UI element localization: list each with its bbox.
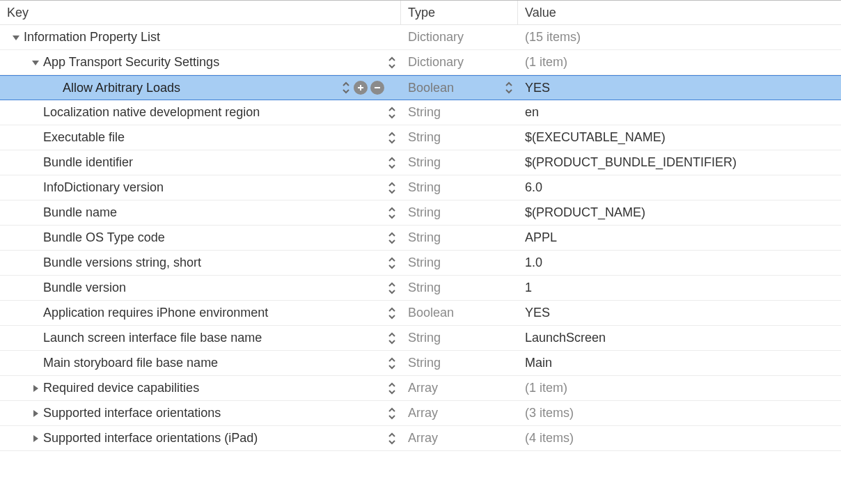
type-cell[interactable]: String xyxy=(401,226,518,250)
key-content: Information Property List xyxy=(0,25,160,49)
type-cell[interactable]: String xyxy=(401,125,518,150)
key-stepper-icon[interactable] xyxy=(387,255,397,271)
value-cell[interactable]: Main xyxy=(518,351,841,375)
key-stepper-icon[interactable] xyxy=(387,306,397,321)
column-header-value[interactable]: Value xyxy=(518,1,841,24)
table-row[interactable]: Main storyboard file base nameStringMain xyxy=(0,351,841,376)
disclosure-spacer xyxy=(31,133,40,143)
key-cell[interactable]: App Transport Security Settings xyxy=(0,50,401,74)
table-row[interactable]: Bundle nameString$(PRODUCT_NAME) xyxy=(0,200,841,226)
table-row[interactable]: Localization native development regionSt… xyxy=(0,100,841,125)
key-cell[interactable]: Supported interface orientations xyxy=(0,401,401,425)
table-row[interactable]: Bundle versionString1 xyxy=(0,276,841,301)
key-cell[interactable]: Bundle name xyxy=(0,200,401,225)
key-stepper-icon[interactable] xyxy=(387,230,397,246)
value-cell[interactable]: LaunchScreen xyxy=(518,326,841,350)
key-cell[interactable]: InfoDictionary version xyxy=(0,175,401,200)
key-stepper-icon[interactable] xyxy=(387,55,397,70)
table-row[interactable]: App Transport Security SettingsDictionar… xyxy=(0,50,841,75)
type-cell[interactable]: String xyxy=(401,150,518,175)
value-cell[interactable]: APPL xyxy=(518,226,841,250)
type-cell[interactable]: String xyxy=(401,175,518,200)
key-stepper-icon[interactable] xyxy=(387,356,397,371)
table-row[interactable]: Application requires iPhone environmentB… xyxy=(0,301,841,326)
type-cell[interactable]: String xyxy=(401,200,518,225)
type-cell[interactable]: Boolean xyxy=(401,76,518,100)
key-stepper-icon[interactable] xyxy=(387,431,397,446)
type-cell[interactable]: Boolean xyxy=(401,301,518,325)
add-row-button[interactable] xyxy=(354,81,368,95)
key-stepper-icon[interactable] xyxy=(341,80,351,95)
table-row[interactable]: Bundle versions string, shortString1.0 xyxy=(0,251,841,276)
column-header-key[interactable]: Key xyxy=(0,1,401,24)
key-cell[interactable]: Allow Arbitrary Loads xyxy=(0,76,401,100)
value-cell[interactable]: YES xyxy=(518,301,841,325)
key-stepper-icon[interactable] xyxy=(387,180,397,196)
key-cell[interactable]: Required device capabilities xyxy=(0,376,401,400)
value-cell[interactable]: (1 item) xyxy=(518,376,841,400)
disclosure-down-icon[interactable] xyxy=(31,58,40,68)
table-row[interactable]: Information Property ListDictionary(15 i… xyxy=(0,25,841,50)
type-cell[interactable]: String xyxy=(401,351,518,375)
table-row[interactable]: Bundle identifierString$(PRODUCT_BUNDLE_… xyxy=(0,150,841,175)
disclosure-right-icon[interactable] xyxy=(31,434,40,443)
key-stepper-icon[interactable] xyxy=(387,331,397,346)
value-cell[interactable]: (15 items) xyxy=(518,25,841,49)
column-header-type[interactable]: Type xyxy=(401,1,518,24)
table-row[interactable]: Bundle OS Type codeStringAPPL xyxy=(0,226,841,251)
table-row[interactable]: Supported interface orientationsArray(3 … xyxy=(0,401,841,426)
type-stepper-icon[interactable] xyxy=(504,80,514,95)
value-cell[interactable]: (3 items) xyxy=(518,401,841,425)
type-cell[interactable]: String xyxy=(401,100,518,125)
key-cell[interactable]: Information Property List xyxy=(0,25,401,49)
value-cell[interactable]: 6.0 xyxy=(518,175,841,200)
value-cell[interactable]: (1 item) xyxy=(518,50,841,74)
key-cell[interactable]: Main storyboard file base name xyxy=(0,351,401,375)
value-cell[interactable]: $(EXECUTABLE_NAME) xyxy=(518,125,841,150)
key-label: Required device capabilities xyxy=(43,381,199,395)
key-stepper-icon[interactable] xyxy=(387,205,397,221)
table-row[interactable]: Launch screen interface file base nameSt… xyxy=(0,326,841,351)
key-stepper-icon[interactable] xyxy=(387,381,397,396)
key-cell[interactable]: Localization native development region xyxy=(0,100,401,125)
value-cell[interactable]: YES xyxy=(518,76,841,100)
type-label: Array xyxy=(408,381,438,395)
type-cell[interactable]: String xyxy=(401,276,518,300)
value-cell[interactable]: 1.0 xyxy=(518,251,841,275)
key-cell[interactable]: Bundle versions string, short xyxy=(0,251,401,275)
value-cell[interactable]: en xyxy=(518,100,841,125)
value-cell[interactable]: $(PRODUCT_BUNDLE_IDENTIFIER) xyxy=(518,150,841,175)
value-cell[interactable]: 1 xyxy=(518,276,841,300)
type-cell[interactable]: String xyxy=(401,326,518,350)
value-cell[interactable]: $(PRODUCT_NAME) xyxy=(518,200,841,225)
key-cell[interactable]: Bundle version xyxy=(0,276,401,300)
type-cell[interactable]: Dictionary xyxy=(401,50,518,74)
type-cell[interactable]: Array xyxy=(401,376,518,400)
key-stepper-icon[interactable] xyxy=(387,105,397,120)
key-stepper-icon[interactable] xyxy=(387,155,397,171)
key-stepper-icon[interactable] xyxy=(387,281,397,296)
disclosure-right-icon[interactable] xyxy=(31,409,40,418)
type-cell[interactable]: Array xyxy=(401,426,518,450)
key-cell[interactable]: Application requires iPhone environment xyxy=(0,301,401,325)
key-cell[interactable]: Executable file xyxy=(0,125,401,150)
disclosure-right-icon[interactable] xyxy=(31,384,40,393)
type-cell[interactable]: String xyxy=(401,251,518,275)
table-row[interactable]: Executable fileString$(EXECUTABLE_NAME) xyxy=(0,125,841,150)
key-cell[interactable]: Bundle identifier xyxy=(0,150,401,175)
key-stepper-icon[interactable] xyxy=(387,406,397,421)
remove-row-button[interactable] xyxy=(370,81,384,95)
table-row[interactable]: Supported interface orientations (iPad)A… xyxy=(0,426,841,451)
disclosure-down-icon[interactable] xyxy=(11,33,21,42)
value-label: (1 item) xyxy=(525,55,567,70)
key-stepper-icon[interactable] xyxy=(387,130,397,145)
key-cell[interactable]: Bundle OS Type code xyxy=(0,226,401,250)
value-cell[interactable]: (4 items) xyxy=(518,426,841,450)
table-row[interactable]: Required device capabilitiesArray(1 item… xyxy=(0,376,841,401)
key-cell[interactable]: Launch screen interface file base name xyxy=(0,326,401,350)
key-cell[interactable]: Supported interface orientations (iPad) xyxy=(0,426,401,450)
type-cell[interactable]: Array xyxy=(401,401,518,425)
type-cell[interactable]: Dictionary xyxy=(401,25,518,49)
table-row[interactable]: Allow Arbitrary LoadsBooleanYES xyxy=(0,75,841,100)
table-row[interactable]: InfoDictionary versionString6.0 xyxy=(0,175,841,200)
